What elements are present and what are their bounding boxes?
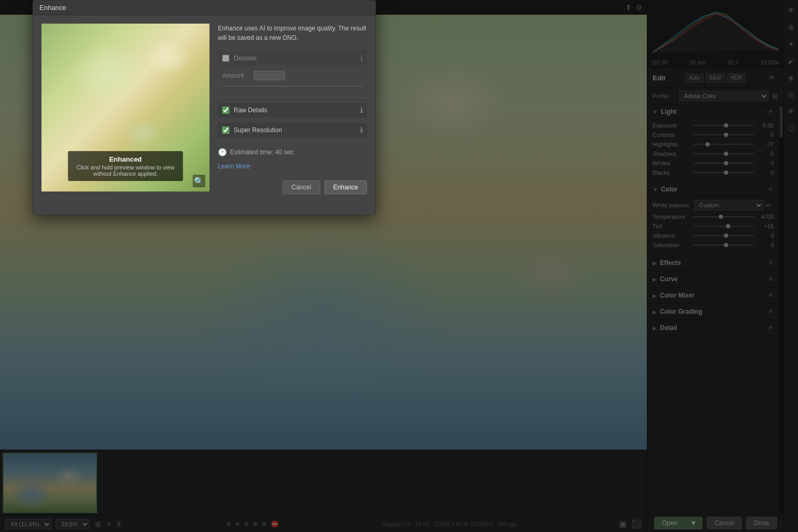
preview-label-box: Enhanced Click and hold preview window t… <box>68 151 183 181</box>
modal-cancel-button[interactable]: Cancel <box>282 180 320 194</box>
super-res-label: Super Resolution <box>234 126 360 134</box>
denoise-checkbox[interactable] <box>222 55 229 62</box>
modal-divider-1 <box>218 97 367 98</box>
preview-label-sub: Click and hold preview window to viewwit… <box>76 164 174 177</box>
modal-title: Enhance <box>39 4 66 12</box>
preview-image: Enhanced Click and hold preview window t… <box>41 24 209 191</box>
amount-row: Amount <box>218 71 367 80</box>
modal-overlay: Enhance Enhanced Click and hold preview … <box>0 0 798 532</box>
raw-details-checkbox[interactable] <box>222 107 229 114</box>
preview-label-title: Enhanced <box>76 155 174 163</box>
learn-more-link[interactable]: Learn More <box>218 163 367 170</box>
modal-footer: 🕐 Estimated time: 40 sec Learn More Canc… <box>218 148 367 194</box>
preview-zoom-icon[interactable]: 🔍 <box>193 175 205 187</box>
amount-label: Amount <box>222 72 254 79</box>
app-container: ⬆ ⚙ Fit (11,6%) 23,5% <box>0 0 798 532</box>
modal-description: Enhance uses AI to improve image quality… <box>218 24 367 42</box>
denoise-label: Denoise <box>234 55 360 62</box>
super-res-info-icon[interactable]: ℹ <box>360 126 363 134</box>
modal-titlebar: Enhance <box>33 1 375 15</box>
modal-body: Enhanced Click and hold preview window t… <box>33 15 375 215</box>
raw-details-label: Raw Details <box>234 107 360 114</box>
denoise-option-row: Denoise ℹ <box>218 51 367 66</box>
estimated-time-text: Estimated time: 40 sec <box>230 148 293 156</box>
raw-details-info-icon[interactable]: ℹ <box>360 106 363 114</box>
super-res-option-row: Super Resolution ℹ <box>218 123 367 137</box>
modal-buttons: Cancel Enhance <box>218 180 367 194</box>
estimated-time: 🕐 Estimated time: 40 sec <box>218 148 367 156</box>
clock-icon: 🕐 <box>218 148 227 156</box>
enhance-dialog: Enhance Enhanced Click and hold preview … <box>33 0 376 215</box>
denoise-info-icon[interactable]: ℹ <box>360 54 363 62</box>
amount-slider-track[interactable] <box>222 86 363 87</box>
amount-slider-row <box>218 86 367 92</box>
modal-controls: Enhance uses AI to improve image quality… <box>218 24 367 206</box>
amount-input[interactable] <box>254 71 285 80</box>
super-res-checkbox[interactable] <box>222 126 229 134</box>
modal-enhance-button[interactable]: Enhance <box>324 180 367 194</box>
raw-details-option-row: Raw Details ℹ <box>218 103 367 118</box>
modal-preview: Enhanced Click and hold preview window t… <box>41 24 209 206</box>
